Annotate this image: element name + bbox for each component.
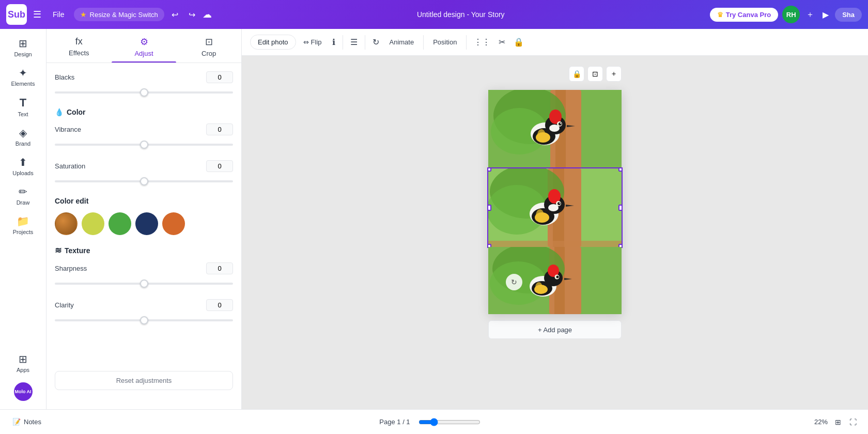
copy-frame-button[interactable]: ⊡ <box>587 66 603 82</box>
notes-button[interactable]: 📝 Notes <box>8 416 45 428</box>
image-block-1[interactable] <box>488 90 622 168</box>
toolbar-divider-2 <box>365 35 365 50</box>
sidebar-item-design[interactable]: ⊞ Design <box>3 33 44 61</box>
vibrance-label: Vibrance <box>55 126 81 133</box>
reset-adjustments-button[interactable]: Reset adjustments <box>55 371 233 390</box>
sharpness-thumb[interactable] <box>140 280 148 288</box>
clarity-value[interactable] <box>206 299 233 311</box>
clarity-row: Clarity <box>55 299 233 311</box>
sidebar-item-elements[interactable]: ✦ Elements <box>3 63 44 91</box>
toolbar-divider-3 <box>423 35 424 50</box>
blacks-thumb[interactable] <box>140 88 148 97</box>
try-pro-button[interactable]: ♛ Try Canva Pro <box>710 8 778 22</box>
tab-crop[interactable]: ⊡ Crop <box>176 29 241 63</box>
topbar-right: ♛ Try Canva Pro RH ＋ ▶ Sha <box>710 6 862 23</box>
add-page-button[interactable]: + Add page <box>488 320 622 339</box>
selection-handle-ml[interactable] <box>488 205 491 211</box>
color-icon: 💧 <box>55 108 64 116</box>
swatch-navy[interactable] <box>135 212 158 235</box>
sharpness-row: Sharpness <box>55 262 233 274</box>
clarity-group: Clarity <box>55 299 233 326</box>
swatch-green[interactable] <box>109 212 131 235</box>
color-edit-title: Color edit <box>55 197 233 205</box>
animate-icon-button[interactable]: ↻ <box>369 34 382 50</box>
blacks-slider[interactable] <box>55 87 233 98</box>
vibrance-slider[interactable] <box>55 140 233 150</box>
color-edit-section: Color edit <box>55 197 233 235</box>
svg-point-13 <box>560 123 561 124</box>
magic-switch-button[interactable]: ★ Resize & Magic Switch <box>74 8 164 21</box>
user-avatar-button[interactable]: RH <box>782 6 800 23</box>
tab-adjust[interactable]: ⚙ Adjust <box>112 29 177 63</box>
clarity-track <box>55 319 233 321</box>
blacks-value[interactable] <box>206 71 233 83</box>
left-panel: fx Effects ⚙ Adjust ⊡ Crop Blacks <box>47 29 242 409</box>
redo-button[interactable]: ↪ <box>185 8 198 22</box>
info-button[interactable]: ℹ <box>329 34 338 50</box>
selection-handle-tl[interactable] <box>488 168 491 172</box>
tab-effects[interactable]: fx Effects <box>47 29 112 63</box>
selection-handle-mr[interactable] <box>618 205 622 211</box>
cut-button[interactable]: ✂ <box>495 34 508 50</box>
frame-actions: 🔒 ⊡ ＋ <box>488 66 622 82</box>
saturation-slider[interactable] <box>55 176 233 187</box>
present-button[interactable]: ▶ <box>820 8 831 22</box>
saturation-thumb[interactable] <box>140 177 148 185</box>
file-button[interactable]: File <box>48 8 70 21</box>
lock-frame-button[interactable]: 🔒 <box>569 66 584 82</box>
pattern-button[interactable]: ⋮⋮ <box>471 34 493 50</box>
sidebar-item-apps[interactable]: ⊞ Apps <box>3 349 44 377</box>
canvas-area: Edit photo ⇔ Flip ℹ ☰ ↻ Animate Position… <box>242 29 868 409</box>
position-button[interactable]: Position <box>428 35 462 49</box>
sidebar-item-projects[interactable]: 📁 Projects <box>3 211 44 239</box>
fullscreen-button[interactable]: ⛶ <box>846 416 860 428</box>
cloud-save-button[interactable]: ☁ <box>203 9 212 20</box>
clarity-label: Clarity <box>55 301 74 309</box>
zoom-slider[interactable] <box>419 418 481 426</box>
sidebar-item-draw[interactable]: ✏ Draw <box>3 181 44 210</box>
text-icon: T <box>20 96 26 110</box>
svg-point-24 <box>536 209 544 222</box>
vibrance-value[interactable] <box>206 123 233 135</box>
apps-icon: ⊞ <box>19 353 27 365</box>
undo-button[interactable]: ↩ <box>168 8 181 22</box>
swatch-orange[interactable] <box>162 212 185 235</box>
menu-button[interactable]: ☰ <box>31 7 43 22</box>
sharpness-label: Sharpness <box>55 265 87 272</box>
sharpness-value[interactable] <box>206 262 233 274</box>
sidebar-item-brand[interactable]: ◈ Brand <box>3 122 44 151</box>
swatch-yellow-green[interactable] <box>82 212 104 235</box>
selection-handle-tr[interactable] <box>618 168 622 172</box>
sidebar-item-uploads[interactable]: ⬆ Uploads <box>3 152 44 180</box>
sidebar-item-text[interactable]: T Text <box>3 92 44 121</box>
add-collaborator-button[interactable]: ＋ <box>804 7 816 22</box>
vibrance-thumb[interactable] <box>140 141 148 149</box>
swatch-bird[interactable] <box>55 212 78 235</box>
clarity-slider[interactable] <box>55 315 233 326</box>
lock-button[interactable]: 🔒 <box>510 34 527 50</box>
animate-button[interactable]: Animate <box>384 35 420 49</box>
blacks-group: Blacks <box>55 71 233 98</box>
align-button[interactable]: ☰ <box>347 34 361 50</box>
woodpecker-image-3: ↻ <box>488 247 622 314</box>
user-profile[interactable]: Molo AI <box>10 378 37 405</box>
saturation-value[interactable] <box>206 160 233 172</box>
saturation-label: Saturation <box>55 162 85 170</box>
canvas-scroll[interactable]: 🔒 ⊡ ＋ <box>242 56 868 409</box>
clarity-thumb[interactable] <box>140 316 148 324</box>
woodpecker-image-1 <box>488 90 622 168</box>
texture-section-title: ≋ Texture <box>55 245 233 255</box>
svg-text:↻: ↻ <box>511 278 517 286</box>
image-block-3[interactable]: ↻ <box>488 247 622 314</box>
svg-rect-32 <box>488 241 622 247</box>
add-frame-button[interactable]: ＋ <box>606 66 622 82</box>
share-button[interactable]: Sha <box>835 8 862 22</box>
vibrance-group: Vibrance <box>55 123 233 150</box>
sidebar: ⊞ Design ✦ Elements T Text ◈ Brand ⬆ Upl… <box>0 29 47 409</box>
grid-view-button[interactable]: ⊞ <box>832 416 844 428</box>
image-block-2[interactable]: ↻ <box>488 168 622 247</box>
sharpness-slider[interactable] <box>55 278 233 289</box>
flip-button[interactable]: ⇔ Flip <box>298 35 327 49</box>
edit-photo-button[interactable]: Edit photo <box>250 35 296 50</box>
saturation-group: Saturation <box>55 160 233 187</box>
